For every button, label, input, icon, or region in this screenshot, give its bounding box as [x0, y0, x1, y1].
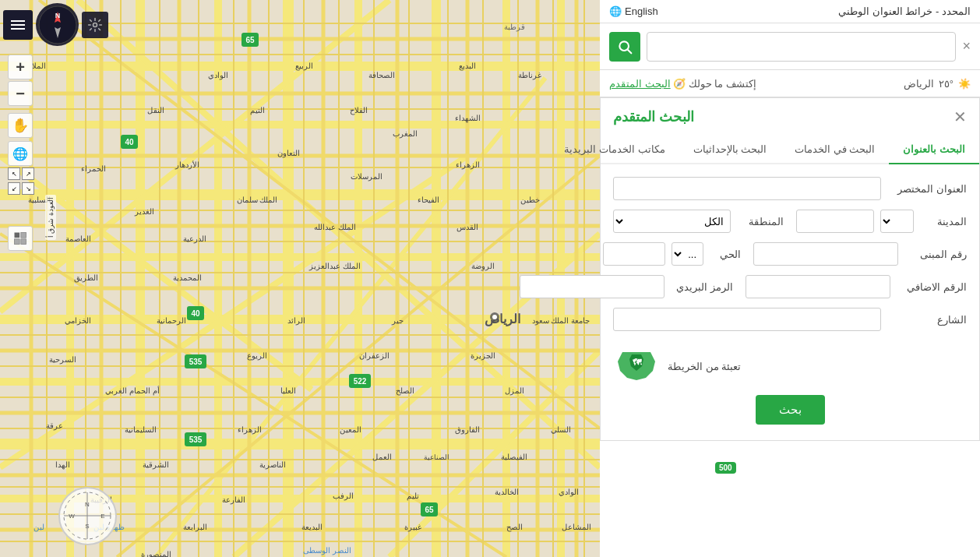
- svg-text:🗺: 🗺: [633, 358, 642, 367]
- postal-col: الرمز البريدي: [520, 275, 733, 298]
- short-title-label: العنوان المختصر: [889, 183, 967, 195]
- street-input[interactable]: [613, 308, 881, 331]
- map-container[interactable]: 65 40 40 535 535 522 65 الرياض: [0, 0, 600, 557]
- svg-text:الصناعية: الصناعية: [424, 453, 449, 461]
- advanced-search-link[interactable]: البحث المتقدم: [609, 78, 671, 90]
- svg-text:الحمراء: الحمراء: [81, 164, 106, 174]
- search-input[interactable]: [647, 32, 956, 62]
- svg-text:تليم: تليم: [407, 492, 419, 501]
- tool-buttons: ✋ 🌐: [8, 113, 33, 166]
- svg-text:الفلاح: الفلاح: [350, 106, 368, 115]
- svg-text:أم الحمام الغربي: أم الحمام الغربي: [105, 386, 160, 396]
- search-bar: ×: [600, 23, 980, 70]
- svg-text:الطريق: الطريق: [74, 273, 98, 283]
- svg-text:الجزيرة: الجزيرة: [471, 351, 495, 361]
- svg-text:الوادي: الوادي: [559, 488, 579, 497]
- svg-text:N: N: [55, 12, 60, 19]
- expand-row-1: ↖ ↗: [8, 167, 34, 180]
- svg-text:الشهداء: الشهداء: [455, 114, 481, 123]
- explore-text: إكتشف ما حولك: [689, 78, 756, 90]
- svg-point-174: [93, 23, 97, 26]
- menu-button[interactable]: [3, 10, 33, 40]
- globe-tool-button[interactable]: 🌐: [8, 141, 33, 166]
- svg-text:522: 522: [354, 377, 367, 386]
- layer-button[interactable]: [8, 226, 33, 251]
- map-top-controls: N: [0, 0, 111, 49]
- map-fill-icon[interactable]: 🗺: [613, 347, 660, 386]
- region-city-row: المدينة المنطقة الكل الرياض مكة المكرمة: [613, 210, 967, 233]
- zoom-in-button[interactable]: +: [8, 55, 33, 79]
- postal-input[interactable]: [520, 275, 664, 298]
- panel-close-button[interactable]: ✕: [954, 108, 967, 126]
- svg-text:الصح: الصح: [506, 523, 523, 532]
- tab-by-events[interactable]: البحث بالإحداثيات: [679, 136, 781, 164]
- svg-text:قرطبة: قرطبة: [504, 23, 525, 32]
- city-dropdown[interactable]: [880, 210, 914, 233]
- svg-text:65: 65: [245, 36, 255, 44]
- expand-bl-button[interactable]: ↙: [8, 182, 20, 195]
- tab-by-services[interactable]: البحث في الخدمات: [781, 136, 889, 164]
- svg-text:الزهراء: الزهراء: [238, 425, 262, 435]
- svg-text:الفاروق: الفاروق: [455, 425, 480, 435]
- info-bar: ☀️ °٢٥ الرياض إكتشف ما حولك 🧭 البحث المت…: [600, 70, 980, 97]
- svg-text:غرناطة: غرناطة: [518, 71, 541, 80]
- svg-text:الرياض: الرياض: [485, 312, 520, 326]
- svg-text:W: W: [69, 513, 75, 520]
- additional-col: الرقم الاضافي: [746, 275, 967, 298]
- compass-button[interactable]: N: [36, 3, 79, 46]
- expand-tl-button[interactable]: ↖: [8, 167, 20, 180]
- district-dropdown[interactable]: ...: [672, 242, 703, 266]
- zoom-out-button[interactable]: −: [8, 81, 33, 106]
- svg-text:العليا: العليا: [280, 386, 296, 395]
- svg-point-93: [492, 315, 497, 319]
- svg-text:الفيصلية: الفيصلية: [501, 453, 527, 461]
- panel-header: ✕ البحث المتقدم: [601, 98, 979, 136]
- city-label: الرياض: [904, 78, 934, 90]
- scale-indicator: N S W E: [58, 487, 117, 545]
- svg-text:غبيرة: غبيرة: [404, 523, 421, 532]
- svg-text:الأردهار: الأردهار: [174, 160, 199, 170]
- short-title-row: العنوان المختصر: [613, 177, 967, 200]
- clear-button[interactable]: ×: [962, 38, 971, 55]
- search-button[interactable]: [609, 32, 640, 62]
- svg-text:الملك سلمان: الملك سلمان: [237, 196, 278, 204]
- additional-input[interactable]: [746, 275, 890, 298]
- expand-tr-button[interactable]: ↗: [22, 167, 34, 180]
- svg-text:الربيع: الربيع: [295, 62, 313, 71]
- svg-text:النقل: النقل: [147, 106, 164, 115]
- pan-tool-button[interactable]: ✋: [8, 113, 33, 138]
- svg-text:الصحافة: الصحافة: [368, 71, 395, 79]
- svg-text:التيم: التيم: [250, 106, 265, 115]
- svg-text:الخالدية: الخالدية: [495, 488, 519, 496]
- svg-text:جامعة الملك سعود: جامعة الملك سعود: [532, 316, 590, 326]
- svg-text:التعاون: التعاون: [277, 149, 300, 158]
- svg-text:الرفب: الرفب: [333, 492, 354, 501]
- svg-text:الوادي: الوادي: [208, 71, 228, 80]
- language-selector[interactable]: 🌐 English: [609, 5, 658, 17]
- language-label[interactable]: English: [625, 5, 658, 17]
- street-row: الشارع: [613, 308, 967, 331]
- svg-text:المغرب: المغرب: [393, 129, 418, 139]
- region-col: المنطقة الكل الرياض مكة المكرمة: [613, 210, 784, 233]
- region-dropdown[interactable]: الكل الرياض مكة المكرمة: [613, 210, 731, 233]
- city-label: المدينة: [920, 216, 967, 227]
- zoom-controls: + −: [8, 55, 33, 106]
- svg-text:عرقة: عرقة: [46, 421, 63, 431]
- city-input[interactable]: [796, 210, 874, 233]
- svg-text:جير: جير: [391, 316, 404, 326]
- svg-text:النصر الوسطى: النصر الوسطى: [303, 546, 351, 555]
- short-title-input[interactable]: [613, 177, 881, 200]
- expand-row-2: ↙ ↘: [8, 182, 34, 195]
- search-form-button[interactable]: بحث: [756, 395, 825, 425]
- expand-br-button[interactable]: ↘: [22, 182, 34, 195]
- district-input[interactable]: [603, 242, 665, 266]
- tab-by-title[interactable]: البحث بالعنوان: [889, 136, 979, 164]
- city-col: المدينة: [796, 210, 967, 233]
- tab-by-offices[interactable]: مكاتب الخدمات البريدية: [550, 136, 679, 164]
- weather-icon: ☀️: [958, 78, 971, 90]
- svg-text:الملك عبدالعزيز: الملك عبدالعزيز: [308, 262, 361, 271]
- temperature: °٢٥: [939, 78, 954, 90]
- building-input[interactable]: [753, 242, 898, 266]
- expand-buttons: ↖ ↗ ↙ ↘: [8, 167, 34, 195]
- settings-button[interactable]: [82, 12, 108, 38]
